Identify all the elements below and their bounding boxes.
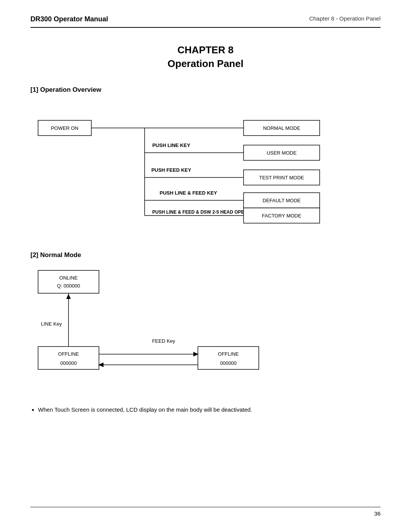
page-number: 36: [374, 510, 381, 517]
bullet-text-1: When Touch Screen is connected, LCD disp…: [38, 406, 252, 413]
chapter-reference: Chapter 8 - Operation Panel: [309, 15, 381, 22]
default-mode-box: DEFAULT MODE: [263, 198, 301, 203]
svg-rect-15: [38, 347, 99, 369]
push-line-key-label: PUSH LINE KEY: [152, 142, 190, 148]
section1-heading: [1] Operation Overview: [30, 86, 381, 94]
push-line-feed-key-label: PUSH LINE & FEED KEY: [160, 190, 217, 196]
svg-rect-13: [38, 270, 99, 293]
section2-heading: [2] Normal Mode: [30, 251, 381, 259]
factory-mode-box: FACTORY MODE: [262, 213, 301, 219]
chapter-number: CHAPTER 8: [177, 44, 233, 56]
bullet-item-1: When Touch Screen is connected, LCD disp…: [38, 405, 381, 414]
push-feed-key-label: PUSH FEED KEY: [151, 167, 191, 173]
online-box-line2: Q: 000000: [57, 283, 80, 289]
user-mode-box: USER MODE: [267, 150, 297, 156]
push-line-feed-dsw-label: PUSH LINE & FEED & DSW 2-5 HEAD OPEN: [152, 209, 247, 215]
page-header: DR300 Operator Manual Chapter 8 - Operat…: [30, 15, 381, 28]
normal-mode-box: NORMAL MODE: [263, 125, 300, 131]
offline-right-line1: OFFLINE: [218, 351, 239, 357]
offline-left-line2: 000000: [60, 360, 76, 366]
up-arrow: [66, 294, 71, 299]
normal-mode-diagram: ONLINE Q: 000000 LINE Key OFFLINE 000000…: [30, 267, 297, 385]
chapter-title-block: CHAPTER 8 Operation Panel: [30, 43, 381, 71]
section1: [1] Operation Overview POWER ON NORMAL M…: [30, 86, 381, 232]
power-on-box: POWER ON: [51, 125, 78, 131]
offline-left-line1: OFFLINE: [58, 351, 79, 357]
page: DR300 Operator Manual Chapter 8 - Operat…: [0, 0, 411, 532]
overview-diagram: POWER ON NORMAL MODE PUSH LINE KEY USER …: [30, 101, 373, 231]
offline-right-line2: 000000: [220, 360, 236, 366]
line-key-label: LINE Key: [41, 321, 62, 327]
svg-rect-18: [198, 347, 259, 369]
section2: [2] Normal Mode ONLINE Q: 000000 LINE Ke…: [30, 251, 381, 386]
test-print-mode-box: TEST PRINT MODE: [259, 175, 304, 181]
bullet-list: When Touch Screen is connected, LCD disp…: [30, 405, 381, 414]
chapter-title: Operation Panel: [167, 58, 243, 69]
feed-key-label: FEED Key: [152, 338, 175, 344]
page-footer: 36: [30, 507, 381, 517]
manual-title: DR300 Operator Manual: [30, 15, 108, 23]
online-box-line1: ONLINE: [59, 275, 78, 281]
